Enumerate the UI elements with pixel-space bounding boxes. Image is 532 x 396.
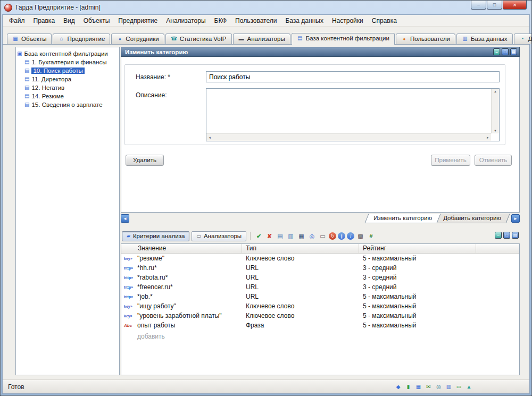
- cancel-icon[interactable]: [265, 232, 274, 241]
- toolbar-separator: [250, 232, 251, 240]
- table-row[interactable]: "резюме" Ключевое слово 5 - максимальный: [121, 254, 519, 263]
- scroll-right-icon[interactable]: ►: [485, 135, 491, 140]
- panel-header[interactable]: Изменить категорию: [121, 47, 520, 57]
- tree-item[interactable]: 12. Негатив: [17, 83, 118, 92]
- main-tab[interactable]: Пользователи: [396, 33, 455, 44]
- column-header[interactable]: Рейтинг: [359, 244, 476, 253]
- cancel-button[interactable]: Отменить: [475, 155, 512, 166]
- main-tab[interactable]: Объекты: [7, 33, 52, 44]
- tree-item[interactable]: 11. Директора: [17, 75, 118, 83]
- mail-icon: [425, 383, 433, 391]
- doc-icon: [24, 93, 29, 99]
- info-icon[interactable]: [347, 232, 354, 240]
- scroll-left-icon[interactable]: ◄: [206, 135, 213, 140]
- float-panel-icon[interactable]: [502, 48, 509, 55]
- table-row[interactable]: "уровень заработной платы" Ключевое слов…: [121, 311, 519, 321]
- menu-item[interactable]: Настройки: [328, 15, 368, 26]
- table-row[interactable]: *rabota.ru* URL 3 - средний: [121, 273, 519, 282]
- tab-label: Анализаторы: [247, 36, 285, 42]
- menu-item[interactable]: Объекты: [79, 15, 114, 26]
- analyzers-tab-button[interactable]: Анализаторы: [192, 231, 246, 241]
- vertical-scrollbar[interactable]: ▲ ▼: [491, 89, 499, 133]
- maximize-panel-icon[interactable]: [512, 232, 519, 239]
- network-icon[interactable]: [367, 232, 376, 241]
- table-row[interactable]: *freencer.ru* URL 3 - средний: [121, 282, 519, 292]
- scroll-up-icon[interactable]: ▲: [492, 89, 498, 94]
- criterion-rating: 5 - максимальный: [359, 293, 476, 300]
- print-icon[interactable]: [318, 232, 327, 241]
- main-tab[interactable]: Диагностика: [514, 33, 532, 44]
- panel-bottom-tab-label: Изменить категорию: [368, 214, 439, 223]
- tab-label: Объекты: [21, 36, 46, 42]
- name-input[interactable]: [206, 71, 500, 82]
- collapse-panel-icon[interactable]: [493, 48, 500, 55]
- table-row[interactable]: опыт работы Фраза 5 - максимальный: [121, 321, 519, 330]
- menu-item[interactable]: Анализаторы: [162, 15, 210, 26]
- table-row[interactable]: *job.* URL 5 - максимальный: [121, 292, 519, 301]
- main-tab[interactable]: База данных: [456, 33, 513, 44]
- table-add-icon[interactable]: [286, 232, 295, 241]
- criterion-type: URL: [242, 283, 359, 291]
- menu-item[interactable]: Справка: [368, 15, 401, 26]
- tree-item[interactable]: 15. Сведения о зарплате: [17, 100, 118, 109]
- tab-label: Диагностика: [528, 36, 532, 42]
- tab-label: Статистика VoIP: [180, 36, 227, 42]
- table-row[interactable]: *hh.ru* URL 3 - средний: [121, 263, 519, 273]
- panel-bottom-tab-label: Добавить категорию: [437, 214, 508, 223]
- search-icon[interactable]: [307, 232, 317, 241]
- panel-bottom-tab[interactable]: Добавить категорию: [435, 214, 510, 223]
- title-bar[interactable]: Гарда Предприятие - [admin] – □ ×: [1, 1, 531, 14]
- tree-root-label: База контентной фильтрации: [24, 50, 107, 57]
- scroll-down-icon[interactable]: ▼: [492, 128, 498, 133]
- delete-button[interactable]: Удалить: [126, 155, 164, 166]
- main-tab[interactable]: Сотрудники: [111, 33, 164, 44]
- tabs-scroll-left-icon[interactable]: ◄: [121, 214, 129, 223]
- criteria-tab-button[interactable]: Критерии анализа: [122, 231, 189, 241]
- doc-icon: [24, 59, 29, 65]
- tree-root[interactable]: База контентной фильтрации: [17, 49, 118, 58]
- criterion-rating: 5 - максимальный: [359, 255, 476, 262]
- accept-icon[interactable]: [254, 232, 263, 241]
- tree-item[interactable]: 1. Бухгалтерия и финансы: [17, 58, 118, 66]
- tree-item[interactable]: 14. Резюме: [17, 92, 118, 100]
- minimize-button[interactable]: –: [471, 1, 486, 10]
- criterion-value: *job.*: [137, 293, 153, 300]
- pause-icon[interactable]: [338, 232, 345, 240]
- main-tab[interactable]: Предприятие: [53, 33, 110, 44]
- maximize-button[interactable]: □: [487, 1, 502, 10]
- exclude-icon[interactable]: [356, 232, 365, 241]
- main-tab[interactable]: Анализаторы: [233, 33, 290, 44]
- column-header[interactable]: Значение: [121, 244, 242, 253]
- tree-item[interactable]: 10. Поиск работы: [17, 66, 118, 75]
- history-icon[interactable]: [329, 232, 336, 240]
- menu-item[interactable]: Пользователи: [231, 15, 281, 26]
- panel-bottom-tab[interactable]: Изменить категорию: [365, 214, 441, 223]
- menu-item[interactable]: Правка: [29, 15, 60, 26]
- tree-item-label: 1. Бухгалтерия и финансы: [31, 59, 106, 65]
- add-criterion-link[interactable]: добавить: [121, 330, 519, 340]
- menu-item[interactable]: База данных: [281, 15, 327, 26]
- collapse-panel-icon[interactable]: [495, 232, 502, 239]
- menu-item[interactable]: Предприятие: [114, 15, 162, 26]
- main-tab[interactable]: Статистика VoIP: [165, 33, 232, 44]
- criterion-value: "уровень заработной платы": [137, 312, 222, 319]
- menu-item[interactable]: БКФ: [210, 15, 231, 26]
- menu-item[interactable]: Файл: [5, 15, 29, 26]
- float-panel-icon[interactable]: [503, 232, 510, 239]
- save-icon[interactable]: [297, 232, 306, 241]
- database-icon: [445, 383, 453, 391]
- apply-button[interactable]: Применить: [431, 155, 470, 166]
- menu-item[interactable]: Вид: [59, 15, 79, 26]
- main-tab[interactable]: База контентной фильтрации: [292, 33, 395, 45]
- horizontal-scrollbar[interactable]: ◄ ►: [206, 133, 491, 141]
- column-header[interactable]: Тип: [242, 244, 359, 253]
- maximize-panel-icon[interactable]: [510, 48, 517, 55]
- table-row[interactable]: "ищу работу" Ключевое слово 5 - максимал…: [121, 301, 519, 311]
- close-button[interactable]: ×: [503, 1, 527, 10]
- garda-logo-icon: [4, 4, 12, 12]
- client-area: Файл Правка Вид Объекты Предприятие Анал…: [2, 14, 530, 394]
- tabs-scroll-right-icon[interactable]: ►: [511, 214, 520, 223]
- description-textarea[interactable]: ▲ ▼ ◄ ►: [206, 88, 500, 141]
- table-icon[interactable]: [276, 232, 285, 241]
- key-icon: [124, 314, 136, 318]
